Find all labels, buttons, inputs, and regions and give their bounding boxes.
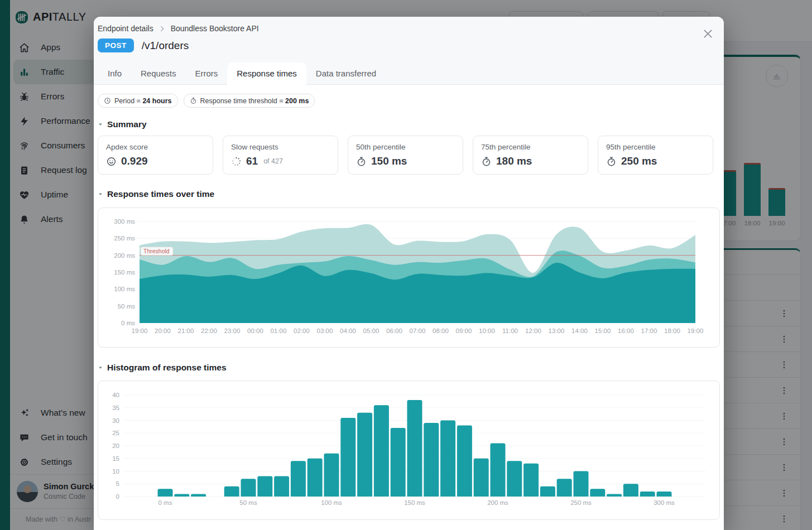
card-title: Slow requests xyxy=(231,143,330,151)
svg-text:250 ms: 250 ms xyxy=(114,235,135,242)
collapse-caret-icon[interactable] xyxy=(98,365,103,370)
tab-data-transferred[interactable]: Data transferred xyxy=(306,62,386,85)
svg-text:100 ms: 100 ms xyxy=(114,286,135,292)
page: APITALLY AppsTrafficErrorsPerformanceCon… xyxy=(0,0,812,530)
histogram-section-title: Histogram of response times xyxy=(107,363,227,373)
svg-text:20: 20 xyxy=(112,442,119,449)
modal-header: Endpoint details Boundless Bookstore API… xyxy=(94,17,724,85)
filter-chips-row: Period = 24 hoursResponse time threshold… xyxy=(98,94,720,108)
svg-text:08:00: 08:00 xyxy=(433,327,449,334)
response-times-over-time-chart: 0 ms50 ms100 ms150 ms200 ms250 ms300 msT… xyxy=(98,208,720,348)
svg-text:06:00: 06:00 xyxy=(386,327,402,334)
svg-text:300 ms: 300 ms xyxy=(114,218,135,225)
summary-cards-row: Apdex score0.929Slow requests61of 42750t… xyxy=(98,136,720,175)
svg-text:05:00: 05:00 xyxy=(363,327,379,334)
card-title: 95th percentile xyxy=(606,143,705,151)
clock-icon xyxy=(104,97,111,104)
card-title: 75th percentile xyxy=(481,143,580,151)
svg-text:04:00: 04:00 xyxy=(340,327,356,334)
svg-text:23:00: 23:00 xyxy=(224,327,241,334)
breadcrumb-current: Boundless Bookstore API xyxy=(171,24,259,33)
filter-chip-period[interactable]: Period = 24 hours xyxy=(98,94,178,108)
svg-text:200 ms: 200 ms xyxy=(114,252,135,259)
svg-text:250 ms: 250 ms xyxy=(570,499,592,506)
card-value: 250 ms xyxy=(621,155,657,167)
endpoint-title-row: POST /v1/orders xyxy=(98,38,724,52)
svg-text:150 ms: 150 ms xyxy=(114,269,135,276)
stopwatch-icon xyxy=(356,156,367,167)
over-time-section-header: Response times over time xyxy=(98,189,720,199)
chevron-right-icon xyxy=(158,25,166,33)
tab-response-times[interactable]: Response times xyxy=(227,62,306,85)
svg-text:Threshold: Threshold xyxy=(143,248,170,254)
svg-text:09:00: 09:00 xyxy=(456,327,472,334)
svg-text:20:00: 20:00 xyxy=(155,327,171,334)
modal-body: Period = 24 hoursResponse time threshold… xyxy=(94,94,724,520)
svg-text:0 ms: 0 ms xyxy=(121,320,135,326)
histogram-chart: 05101520253035400 ms50 ms100 ms150 ms200… xyxy=(98,380,720,520)
tab-requests[interactable]: Requests xyxy=(131,62,185,85)
svg-text:15:00: 15:00 xyxy=(595,327,611,334)
close-button[interactable] xyxy=(701,27,714,40)
svg-text:11:00: 11:00 xyxy=(502,327,518,334)
svg-text:200 ms: 200 ms xyxy=(487,499,508,506)
card-value: 61 xyxy=(246,155,258,167)
summary-card-50th-percentile: 50th percentile150 ms xyxy=(348,136,463,175)
card-suffix: of 427 xyxy=(263,157,283,165)
dotted-circle-icon xyxy=(231,156,242,167)
histogram-section-header: Histogram of response times xyxy=(98,363,720,373)
svg-text:0 ms: 0 ms xyxy=(158,499,172,506)
stopwatch-icon xyxy=(190,97,197,104)
stopwatch-icon xyxy=(606,156,617,167)
endpoint-path: /v1/orders xyxy=(142,40,189,52)
svg-text:02:00: 02:00 xyxy=(294,327,310,334)
svg-text:01:00: 01:00 xyxy=(271,327,287,334)
close-icon xyxy=(702,28,714,40)
filter-chip-threshold[interactable]: Response time threshold = 200 ms xyxy=(184,94,315,108)
svg-text:00:00: 00:00 xyxy=(247,327,263,334)
svg-text:12:00: 12:00 xyxy=(525,327,541,334)
svg-text:5: 5 xyxy=(116,480,119,487)
svg-text:35: 35 xyxy=(112,404,119,411)
svg-text:13:00: 13:00 xyxy=(549,327,565,334)
svg-text:21:00: 21:00 xyxy=(178,327,194,334)
summary-card-95th-percentile: 95th percentile250 ms xyxy=(598,136,713,175)
svg-text:19:00: 19:00 xyxy=(688,327,704,334)
method-badge: POST xyxy=(98,38,134,52)
svg-text:100 ms: 100 ms xyxy=(321,499,342,506)
breadcrumb-parent[interactable]: Endpoint details xyxy=(98,24,153,33)
svg-text:10:00: 10:00 xyxy=(479,327,495,334)
smiley-icon xyxy=(106,156,117,167)
tab-errors[interactable]: Errors xyxy=(185,62,227,85)
svg-text:25: 25 xyxy=(112,430,119,436)
chip-label: Response time threshold = 200 ms xyxy=(200,97,309,105)
card-value: 180 ms xyxy=(496,155,532,167)
svg-text:19:00: 19:00 xyxy=(132,327,148,334)
svg-text:300 ms: 300 ms xyxy=(654,499,675,506)
svg-text:10: 10 xyxy=(112,468,119,475)
collapse-caret-icon[interactable] xyxy=(98,122,103,127)
summary-card-slow-requests: Slow requests61of 427 xyxy=(223,136,338,175)
svg-text:03:00: 03:00 xyxy=(317,327,333,334)
summary-card-75th-percentile: 75th percentile180 ms xyxy=(473,136,588,175)
endpoint-details-modal: Endpoint details Boundless Bookstore API… xyxy=(94,17,724,530)
collapse-caret-icon[interactable] xyxy=(98,191,103,197)
svg-text:22:00: 22:00 xyxy=(201,327,217,334)
svg-text:14:00: 14:00 xyxy=(571,327,588,334)
svg-text:18:00: 18:00 xyxy=(664,327,680,334)
tab-info[interactable]: Info xyxy=(98,62,131,85)
modal-tabs: InfoRequestsErrorsResponse timesData tra… xyxy=(98,62,386,85)
svg-text:50 ms: 50 ms xyxy=(118,303,136,310)
svg-text:30: 30 xyxy=(112,417,119,424)
breadcrumb: Endpoint details Boundless Bookstore API xyxy=(98,17,724,33)
svg-text:150 ms: 150 ms xyxy=(404,499,425,506)
summary-section-header: Summary xyxy=(98,119,720,129)
svg-text:40: 40 xyxy=(112,392,119,398)
stopwatch-icon xyxy=(481,156,492,167)
chip-label: Period = 24 hours xyxy=(114,97,172,105)
summary-section-title: Summary xyxy=(107,119,147,129)
card-value: 150 ms xyxy=(371,155,407,167)
summary-card-apdex-score: Apdex score0.929 xyxy=(98,136,213,175)
card-title: 50th percentile xyxy=(356,143,455,151)
svg-text:16:00: 16:00 xyxy=(618,327,634,334)
